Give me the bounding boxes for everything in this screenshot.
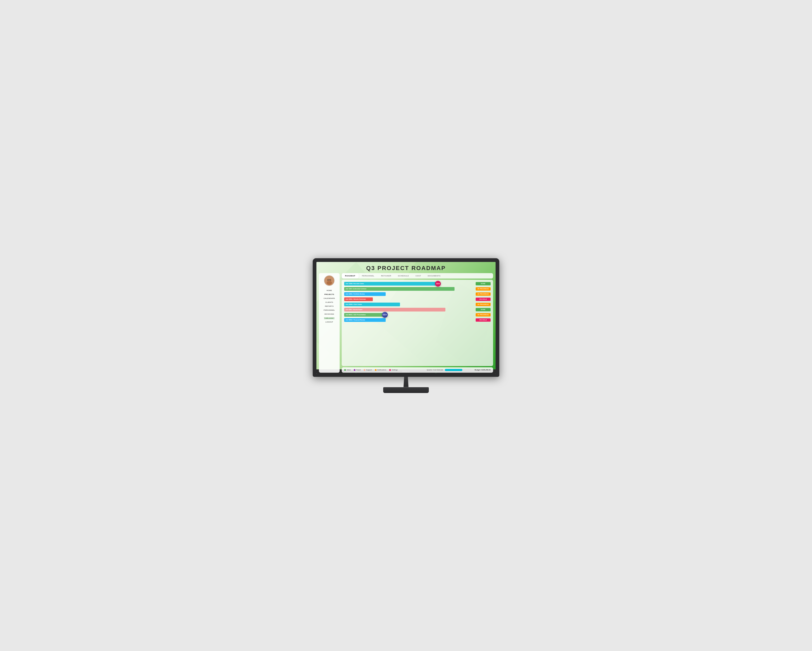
table-row: Job 25698: Client Intake IN PROGRESS bbox=[344, 303, 491, 306]
gantt-label: Job 33581: Website Redesign bbox=[345, 298, 366, 300]
tab-personnel[interactable]: PERSONNEL bbox=[359, 273, 378, 278]
status-badge-inprogress: IN PROGRESS bbox=[476, 292, 491, 296]
inbox-dot bbox=[344, 369, 346, 371]
gantt-label: Job 7235: Centennial Contract bbox=[345, 288, 366, 289]
tab-schedule[interactable]: SCHEDULE bbox=[395, 273, 412, 278]
status-badge-done: DONE bbox=[476, 282, 491, 285]
status-badge-inprogress: IN PROGRESS bbox=[476, 303, 491, 306]
svg-point-6 bbox=[327, 281, 332, 284]
legend-settings: Settings bbox=[389, 369, 398, 371]
gantt-bar-container: Job 98564: Financial Review bbox=[344, 318, 474, 322]
legend-travel-label: Travel bbox=[356, 369, 361, 371]
legend-notifications: Notifications bbox=[375, 369, 386, 371]
monitor-base bbox=[383, 387, 429, 393]
legend-inbox-label: Inbox bbox=[347, 369, 351, 371]
main-layout: HOME PROJECTS CALENDARS CLIENTS REPORTS … bbox=[316, 273, 496, 374]
nav-invoicing[interactable]: INVOICING bbox=[319, 312, 340, 316]
bottom-bar: Inbox Travel Support bbox=[342, 367, 493, 373]
screen-content: Q3 PROJECT ROADMAP bbox=[316, 262, 496, 374]
gantt-area: Job 72588: Recruiter Sales Send DONE bbox=[342, 280, 493, 366]
nav-timesheet[interactable]: TIMESHEET bbox=[319, 316, 340, 320]
gantt-bar-container: Job 33581: Website Redesign bbox=[344, 297, 474, 301]
settings-dot bbox=[389, 369, 391, 371]
cost-bar-fill bbox=[445, 369, 462, 371]
table-row: Job 98564: Financial Review ON HOLD bbox=[344, 318, 491, 322]
gantt-bar-container: Job 4568: Tutorial Pages bbox=[344, 308, 474, 312]
send-button[interactable]: Send bbox=[435, 281, 441, 287]
table-row: Job 7235: Centennial Contract IN PROGRES… bbox=[344, 287, 491, 291]
tab-roadmap[interactable]: ROADMAP bbox=[342, 273, 359, 278]
cost-bar-track bbox=[445, 369, 472, 371]
table-row: Job 86641: CEO Presentation Check IN PRO… bbox=[344, 313, 491, 317]
tabs-bar: ROADMAP PERSONNEL RETAINER SCHEDULE COST… bbox=[342, 273, 493, 278]
tab-cost[interactable]: COST bbox=[412, 273, 424, 278]
legend-support-label: Support bbox=[366, 369, 372, 371]
gantt-label: Job 25698: Client Intake bbox=[345, 304, 362, 305]
gantt-bar: Job 86641: CEO Presentation bbox=[344, 313, 383, 317]
status-badge-onhold: ON HOLD bbox=[476, 298, 491, 301]
gantt-bar: Job 7235: Centennial Contract bbox=[344, 287, 455, 291]
gantt-label: Job 98564: Financial Review bbox=[345, 319, 365, 321]
legend-notifications-label: Notifications bbox=[377, 369, 386, 371]
legend-support: Support bbox=[364, 369, 372, 371]
nav-calendars[interactable]: CALENDARS bbox=[319, 296, 340, 300]
nav-personnel[interactable]: PERSONNEL bbox=[319, 308, 340, 312]
nav-home[interactable]: HOME bbox=[319, 289, 340, 292]
support-dot bbox=[364, 369, 365, 371]
gantt-label: Job 72588: Recruiter Sales bbox=[345, 283, 364, 284]
status-badge-inprogress: IN PROGRESS bbox=[476, 287, 491, 290]
gantt-bar: Job 33581: Portfolio Review bbox=[344, 292, 386, 296]
gantt-bar-container: Job 33581: Portfolio Review bbox=[344, 292, 474, 296]
gantt-bar: Job 72588: Recruiter Sales bbox=[344, 282, 438, 286]
content-area: ROADMAP PERSONNEL RETAINER SCHEDULE COST… bbox=[342, 273, 493, 373]
gantt-bar: Job 25698: Client Intake bbox=[344, 303, 400, 306]
gantt-bar-container: Job 86641: CEO Presentation Check bbox=[344, 313, 474, 317]
gantt-bar-container: Job 72588: Recruiter Sales Send bbox=[344, 282, 474, 286]
monitor-neck bbox=[400, 377, 412, 387]
notifications-dot bbox=[375, 369, 377, 371]
gantt-bar-container: Job 25698: Client Intake bbox=[344, 303, 474, 306]
sidebar: HOME PROJECTS CALENDARS CLIENTS REPORTS … bbox=[319, 273, 340, 373]
travel-dot bbox=[354, 369, 356, 371]
status-badge-onhold: ON HOLD bbox=[476, 318, 491, 322]
monitor-frame: Q3 PROJECT ROADMAP bbox=[313, 258, 499, 377]
gantt-label: Job 4568: Tutorial Pages bbox=[345, 309, 362, 310]
tab-documents[interactable]: DOCUMENTS bbox=[424, 273, 444, 278]
status-badge-inprogress: IN PROGRESS bbox=[476, 313, 491, 316]
monitor-screen: Q3 PROJECT ROADMAP bbox=[316, 262, 496, 374]
table-row: Job 33581: Website Redesign ON HOLD bbox=[344, 297, 491, 301]
avatar bbox=[324, 275, 335, 286]
table-row: Job 72588: Recruiter Sales Send DONE bbox=[344, 282, 491, 286]
gantt-bar-container: Job 7235: Centennial Contract bbox=[344, 287, 474, 291]
budget-text: Budget: $105,256.69 bbox=[475, 369, 491, 371]
status-badge-done: DONE bbox=[476, 308, 491, 311]
title-bar: Q3 PROJECT ROADMAP bbox=[316, 262, 496, 273]
gantt-bar: Job 98564: Financial Review bbox=[344, 318, 386, 322]
monitor-wrapper: Q3 PROJECT ROADMAP bbox=[313, 258, 499, 393]
avatar-image bbox=[324, 275, 334, 286]
quarter-cost-section: Quarter Cost Estimate bbox=[427, 369, 472, 371]
gantt-label: Job 86641: CEO Presentation bbox=[345, 314, 366, 315]
gantt-label: Job 33581: Portfolio Review bbox=[345, 293, 365, 295]
nav-projects[interactable]: PROJECTS bbox=[319, 292, 340, 296]
nav-logout[interactable]: LOGOUT bbox=[319, 320, 340, 324]
table-row: Job 4568: Tutorial Pages DONE bbox=[344, 308, 491, 312]
gantt-bar: Job 33581: Website Redesign bbox=[344, 297, 373, 301]
legend-settings-label: Settings bbox=[392, 369, 398, 371]
legend-travel: Travel bbox=[354, 369, 361, 371]
nav-reports[interactable]: REPORTS bbox=[319, 304, 340, 308]
check-button[interactable]: Check bbox=[382, 312, 388, 318]
tab-retainer[interactable]: RETAINER bbox=[378, 273, 395, 278]
table-row: Job 33581: Portfolio Review IN PROGRESS bbox=[344, 292, 491, 296]
quarter-cost-label: Quarter Cost Estimate bbox=[427, 369, 443, 371]
gantt-bar: Job 4568: Tutorial Pages bbox=[344, 308, 446, 312]
page-title: Q3 PROJECT ROADMAP bbox=[316, 265, 496, 272]
legend-inbox: Inbox bbox=[344, 369, 351, 371]
nav-clients[interactable]: CLIENTS bbox=[319, 300, 340, 304]
